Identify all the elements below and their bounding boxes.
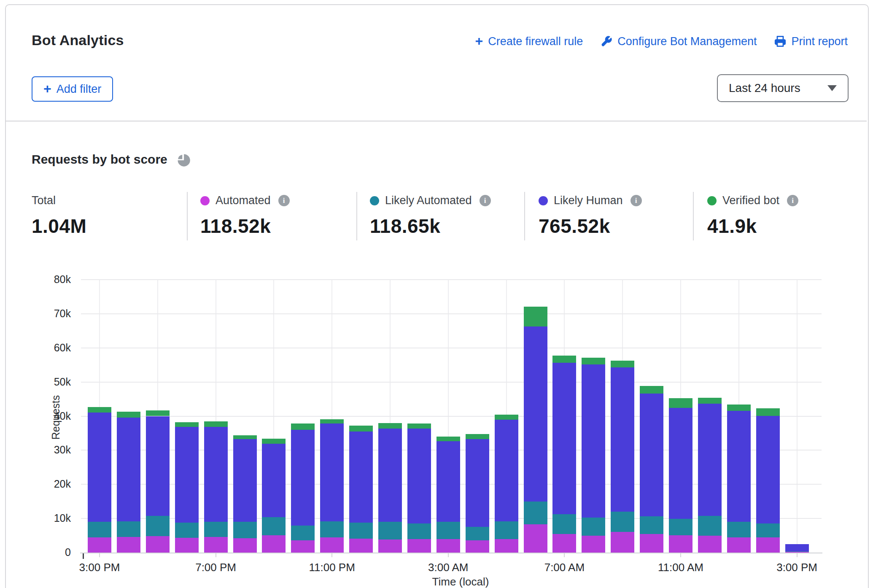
- bar-segment-likely-automated[interactable]: [320, 521, 344, 537]
- bar-segment-likely-human[interactable]: [466, 439, 489, 526]
- x-axis-line: [80, 553, 822, 553]
- bar-segment-verified-bot[interactable]: [436, 437, 460, 441]
- bar-segment-automated[interactable]: [146, 536, 170, 553]
- bar-segment-verified-bot[interactable]: [495, 415, 518, 420]
- bar-segment-automated[interactable]: [669, 535, 692, 553]
- bar-segment-likely-human[interactable]: [233, 439, 257, 522]
- bar-segment-automated[interactable]: [233, 538, 257, 553]
- bar-segment-automated[interactable]: [117, 537, 140, 553]
- bar-segment-likely-human[interactable]: [262, 444, 286, 517]
- bar-segment-likely-human[interactable]: [436, 441, 460, 522]
- bar-segment-likely-automated[interactable]: [669, 519, 692, 535]
- bar-segment-likely-automated[interactable]: [466, 527, 489, 540]
- bar-segment-verified-bot[interactable]: [407, 423, 431, 428]
- bar-segment-automated[interactable]: [640, 534, 663, 553]
- bar-segment-likely-automated[interactable]: [436, 522, 460, 539]
- bar-segment-likely-human[interactable]: [552, 363, 576, 515]
- bar-segment-verified-bot[interactable]: [524, 307, 547, 326]
- bar-segment-verified-bot[interactable]: [611, 361, 634, 367]
- bar-segment-likely-automated[interactable]: [378, 522, 402, 539]
- bar-segment-likely-human[interactable]: [669, 408, 692, 519]
- bar-segment-likely-human[interactable]: [640, 394, 663, 516]
- bar-segment-automated[interactable]: [291, 540, 315, 553]
- bar-segment-verified-bot[interactable]: [698, 398, 722, 404]
- bar-segment-automated[interactable]: [727, 537, 751, 553]
- bar-segment-automated[interactable]: [756, 537, 780, 553]
- bar-segment-automated[interactable]: [582, 536, 605, 553]
- bar-segment-verified-bot[interactable]: [582, 358, 605, 364]
- bar-segment-likely-human[interactable]: [495, 420, 518, 521]
- bar-segment-verified-bot[interactable]: [669, 398, 692, 408]
- bar-segment-likely-human[interactable]: [524, 326, 547, 502]
- bar-segment-automated[interactable]: [698, 536, 722, 553]
- bar-segment-automated[interactable]: [524, 524, 547, 553]
- bar-segment-likely-automated[interactable]: [175, 523, 199, 538]
- bar-segment-verified-bot[interactable]: [262, 439, 286, 444]
- bar-segment-likely-human[interactable]: [175, 427, 199, 522]
- bar-segment-likely-human[interactable]: [727, 411, 751, 522]
- bar-segment-automated[interactable]: [407, 539, 431, 553]
- bar-segment-likely-automated[interactable]: [611, 512, 634, 532]
- bar-segment-automated[interactable]: [204, 537, 228, 553]
- bar-segment-likely-human[interactable]: [291, 430, 315, 526]
- bar-segment-likely-human[interactable]: [88, 413, 111, 522]
- bar-segment-verified-bot[interactable]: [349, 426, 373, 432]
- bar-segment-likely-automated[interactable]: [582, 518, 605, 536]
- bar-segment-likely-human[interactable]: [582, 364, 605, 517]
- bar-segment-verified-bot[interactable]: [146, 410, 170, 416]
- bar-segment-likely-automated[interactable]: [495, 521, 518, 539]
- bar-segment-automated[interactable]: [495, 539, 518, 553]
- bar-segment-likely-automated[interactable]: [349, 523, 373, 539]
- bar-segment-likely-automated[interactable]: [698, 516, 722, 536]
- bar-segment-verified-bot[interactable]: [88, 407, 111, 412]
- bar-segment-automated[interactable]: [466, 540, 489, 553]
- bar-segment-verified-bot[interactable]: [175, 422, 199, 427]
- bar-segment-likely-automated[interactable]: [756, 523, 780, 537]
- bar-segment-automated[interactable]: [88, 537, 111, 553]
- bar-segment-likely-human[interactable]: [756, 416, 780, 524]
- bar-segment-verified-bot[interactable]: [320, 419, 344, 424]
- bar-segment-automated[interactable]: [320, 537, 344, 553]
- bar-segment-verified-bot[interactable]: [204, 421, 228, 427]
- bar-segment-likely-human[interactable]: [611, 367, 634, 512]
- bar-segment-likely-human[interactable]: [785, 544, 809, 551]
- bar-segment-verified-bot[interactable]: [727, 405, 751, 411]
- bar-segment-likely-automated[interactable]: [233, 522, 257, 538]
- bar-segment-automated[interactable]: [785, 552, 809, 553]
- bar-segment-likely-human[interactable]: [349, 432, 373, 523]
- bar-segment-verified-bot[interactable]: [117, 412, 140, 418]
- bar-segment-likely-automated[interactable]: [640, 516, 663, 534]
- bar-segment-likely-human[interactable]: [204, 427, 228, 522]
- bar-segment-likely-automated[interactable]: [407, 523, 431, 539]
- bar-segment-likely-human[interactable]: [407, 429, 431, 524]
- bar-segment-automated[interactable]: [349, 539, 373, 553]
- bar-segment-automated[interactable]: [552, 534, 576, 553]
- bar-segment-verified-bot[interactable]: [466, 434, 489, 439]
- bar-segment-likely-human[interactable]: [698, 404, 722, 516]
- bar-segment-likely-human[interactable]: [117, 418, 140, 522]
- bar-segment-likely-automated[interactable]: [727, 522, 751, 537]
- bar-segment-likely-automated[interactable]: [88, 522, 111, 537]
- bar-segment-verified-bot[interactable]: [640, 386, 663, 394]
- bar-segment-likely-human[interactable]: [378, 429, 402, 522]
- bar-segment-likely-automated[interactable]: [552, 514, 576, 534]
- bar-segment-automated[interactable]: [378, 539, 402, 553]
- bar-segment-automated[interactable]: [262, 535, 286, 553]
- bar-segment-likely-human[interactable]: [320, 423, 344, 521]
- bar-segment-verified-bot[interactable]: [756, 408, 780, 416]
- bar-segment-likely-automated[interactable]: [524, 502, 547, 524]
- bar-segment-likely-automated[interactable]: [291, 526, 315, 540]
- bar-segment-likely-automated[interactable]: [785, 551, 809, 552]
- bar-segment-likely-automated[interactable]: [262, 517, 286, 535]
- bar-segment-verified-bot[interactable]: [291, 423, 315, 430]
- bar-segment-likely-human[interactable]: [146, 416, 170, 516]
- bar-segment-verified-bot[interactable]: [552, 356, 576, 362]
- bar-segment-automated[interactable]: [611, 532, 634, 553]
- bar-segment-verified-bot[interactable]: [378, 423, 402, 428]
- bar-segment-automated[interactable]: [436, 539, 460, 553]
- bar-segment-verified-bot[interactable]: [233, 435, 257, 440]
- bar-segment-likely-automated[interactable]: [117, 521, 140, 537]
- bar-segment-likely-automated[interactable]: [146, 516, 170, 536]
- bar-segment-automated[interactable]: [175, 538, 199, 553]
- bar-segment-likely-automated[interactable]: [204, 522, 228, 537]
